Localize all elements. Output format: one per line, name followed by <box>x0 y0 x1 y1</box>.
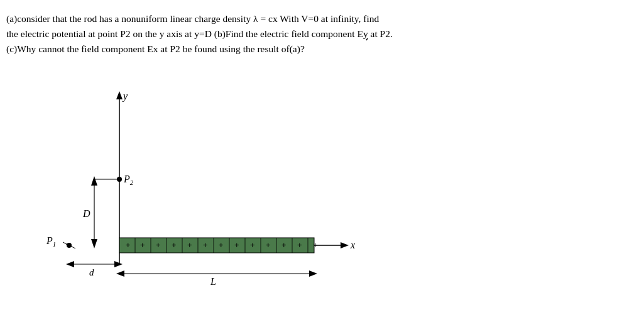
svg-marker-38 <box>309 270 317 277</box>
svg-text:+: + <box>297 240 302 250</box>
y-axis-label: y <box>122 91 128 102</box>
svg-text:+: + <box>250 240 255 250</box>
diagram: y x + + + + + + + + + + + + + <box>38 88 390 308</box>
svg-text:+: + <box>172 240 177 250</box>
svg-marker-3 <box>341 242 349 248</box>
x-axis-label: x <box>350 240 355 250</box>
svg-text:+: + <box>203 240 208 250</box>
line1: (a)consider that the rod has a nonunifor… <box>6 11 638 26</box>
line3: (c)Why cannot the field component Ex at … <box>6 42 638 57</box>
line2: the electric potential at point P2 on th… <box>6 26 638 42</box>
d-small-label: d <box>89 267 94 277</box>
svg-marker-34 <box>66 261 74 267</box>
svg-text:+: + <box>140 240 145 250</box>
problem-text: (a)consider that the rod has a nonunifor… <box>6 11 638 57</box>
svg-text:+: + <box>187 240 192 250</box>
p2-label: P2 <box>123 174 134 186</box>
svg-marker-31 <box>91 176 97 186</box>
svg-text:+: + <box>313 240 318 250</box>
svg-marker-35 <box>114 261 123 267</box>
svg-text:+: + <box>234 240 239 250</box>
svg-text:+: + <box>281 240 287 250</box>
l-label: L <box>210 276 216 287</box>
p1-label: P1 <box>46 235 56 248</box>
d-label: D <box>82 208 90 219</box>
plus-sign: + <box>126 240 131 250</box>
svg-text:+: + <box>156 240 161 250</box>
svg-marker-32 <box>91 239 97 248</box>
svg-text:+: + <box>219 240 224 250</box>
svg-text:+: + <box>266 240 271 250</box>
svg-marker-1 <box>116 91 123 99</box>
svg-marker-37 <box>116 270 124 277</box>
